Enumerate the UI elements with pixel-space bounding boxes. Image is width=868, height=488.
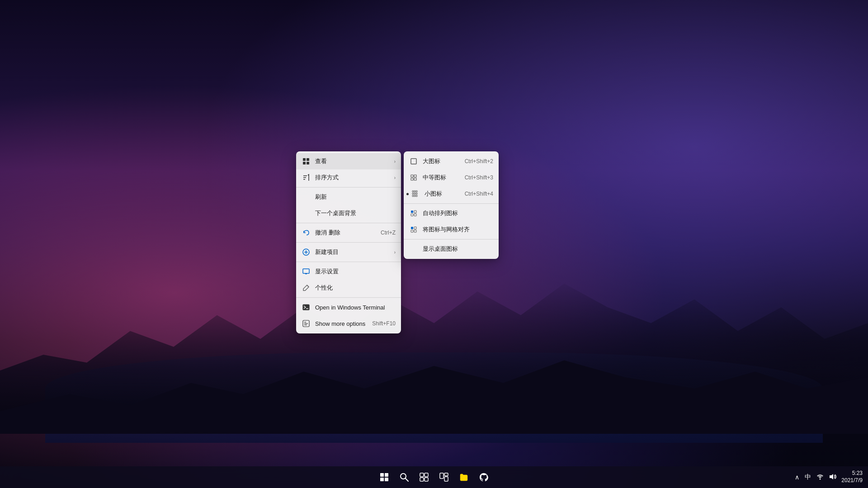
submenu-item-show-icons[interactable]: 显示桌面图标 (404, 241, 499, 257)
submenu-item-auto-arrange-label: 自动排列图标 (423, 209, 493, 217)
submenu-item-show-icons-label: 显示桌面图标 (423, 245, 493, 253)
svg-line-47 (406, 479, 408, 481)
context-menu: 查看 › 排序方式 › 刷新 下一个桌面背景 (296, 151, 401, 333)
submenu-item-align-grid[interactable]: 将图标与网格对齐 (404, 221, 499, 238)
svg-rect-23 (411, 178, 413, 180)
svg-rect-35 (414, 211, 416, 213)
tray-chevron[interactable]: ∧ (793, 473, 801, 482)
svg-rect-49 (425, 473, 428, 477)
show-icons-icon (409, 244, 418, 253)
menu-item-next-wallpaper-label: 下一个桌面背景 (315, 209, 396, 217)
svg-rect-25 (412, 191, 414, 192)
svg-line-13 (307, 285, 309, 287)
submenu-item-large-icons[interactable]: 大图标 Ctrl+Shift+2 (404, 153, 499, 169)
submenu-view: 大图标 Ctrl+Shift+2 中等图标 Ctrl+Shift+3 (404, 151, 499, 259)
submenu-item-large-icons-label: 大图标 (423, 157, 465, 165)
menu-item-terminal[interactable]: Open in Windows Terminal (296, 299, 401, 315)
svg-rect-44 (380, 478, 384, 481)
tray-ime[interactable]: 中 (803, 472, 812, 482)
separator-2 (296, 223, 401, 223)
separator-5 (296, 297, 401, 298)
svg-rect-34 (411, 211, 413, 213)
taskbar: ∧ 中 5:23 2021/7/9 (0, 466, 868, 488)
github-button[interactable] (475, 468, 493, 486)
svg-rect-22 (414, 175, 416, 177)
submenu-separator-1 (404, 203, 499, 204)
submenu-item-small-icons[interactable]: 小图标 Ctrl+Shift+4 (404, 186, 499, 202)
brush-icon (302, 283, 311, 292)
task-view-button[interactable] (415, 468, 433, 486)
tray-network[interactable] (815, 472, 825, 483)
system-tray: ∧ 中 (793, 472, 838, 483)
clock-date: 2021/7/9 (841, 477, 863, 484)
svg-rect-53 (444, 473, 448, 476)
svg-rect-36 (411, 214, 413, 216)
menu-item-view-label: 查看 (315, 157, 392, 165)
menu-item-sort[interactable]: 排序方式 › (296, 169, 401, 186)
submenu-item-medium-icons[interactable]: 中等图标 Ctrl+Shift+3 (404, 169, 499, 186)
menu-item-view[interactable]: 查看 › (296, 153, 401, 169)
menu-item-refresh-label: 刷新 (315, 193, 396, 201)
svg-rect-51 (425, 478, 428, 481)
svg-rect-24 (414, 178, 416, 180)
wallpaper-icon (302, 209, 311, 218)
svg-rect-30 (416, 193, 417, 194)
submenu-item-large-icons-shortcut: Ctrl+Shift+2 (465, 158, 493, 164)
menu-item-sort-label: 排序方式 (315, 174, 392, 182)
svg-rect-10 (303, 269, 309, 273)
svg-rect-52 (440, 473, 443, 479)
menu-item-undo[interactable]: 撤消 删除 Ctrl+Z (296, 225, 401, 241)
tray-volume[interactable] (828, 472, 838, 483)
taskbar-tray: ∧ 中 5:23 2021/7/9 (793, 470, 863, 484)
grid-icon (302, 157, 311, 166)
svg-rect-0 (303, 158, 306, 161)
menu-item-next-wallpaper[interactable]: 下一个桌面背景 (296, 205, 401, 221)
separator-3 (296, 242, 401, 243)
menu-item-personalize[interactable]: 个性化 (296, 280, 401, 296)
menu-item-display-label: 显示设置 (315, 267, 396, 276)
svg-point-55 (820, 478, 821, 479)
small-icon-icon (411, 189, 420, 198)
submenu-item-auto-arrange[interactable]: 自动排列图标 (404, 205, 499, 221)
svg-rect-37 (414, 214, 416, 216)
terminal-icon (302, 303, 311, 312)
clock[interactable]: 5:23 2021/7/9 (841, 470, 863, 484)
menu-item-new[interactable]: 新建项目 › (296, 244, 401, 260)
search-button[interactable] (395, 468, 413, 486)
menu-item-more-options[interactable]: Show more options Shift+F10 (296, 315, 401, 332)
widgets-button[interactable] (435, 468, 453, 486)
svg-rect-50 (420, 478, 424, 481)
svg-rect-21 (411, 175, 413, 177)
svg-rect-20 (411, 159, 416, 164)
start-button[interactable] (375, 468, 393, 486)
file-explorer-button[interactable] (455, 468, 473, 486)
medium-icon-icon (409, 173, 418, 182)
svg-rect-1 (307, 158, 309, 161)
menu-item-undo-shortcut: Ctrl+Z (381, 230, 396, 236)
svg-rect-27 (416, 191, 417, 192)
menu-item-refresh[interactable]: 刷新 (296, 189, 401, 205)
taskbar-center-icons (375, 468, 493, 486)
submenu-arrow-new: › (394, 250, 396, 255)
svg-rect-2 (303, 162, 306, 164)
refresh-icon (302, 192, 311, 202)
menu-item-undo-label: 撤消 删除 (315, 229, 377, 237)
svg-rect-26 (414, 191, 415, 192)
svg-rect-40 (411, 230, 413, 232)
sort-icon (302, 173, 311, 182)
menu-item-personalize-label: 个性化 (315, 284, 396, 292)
svg-rect-41 (414, 230, 416, 232)
svg-rect-45 (385, 478, 388, 481)
svg-rect-39 (414, 227, 416, 229)
separator-4 (296, 262, 401, 262)
auto-arrange-icon (409, 209, 418, 218)
submenu-item-medium-icons-label: 中等图标 (423, 174, 465, 182)
submenu-item-align-grid-label: 将图标与网格对齐 (423, 225, 493, 234)
clock-time: 5:23 (841, 470, 863, 477)
menu-item-display[interactable]: 显示设置 (296, 263, 401, 280)
svg-rect-54 (444, 477, 448, 481)
svg-rect-32 (414, 195, 415, 197)
submenu-arrow-sort: › (394, 175, 396, 180)
svg-rect-28 (412, 193, 414, 194)
menu-item-new-label: 新建项目 (315, 248, 392, 256)
